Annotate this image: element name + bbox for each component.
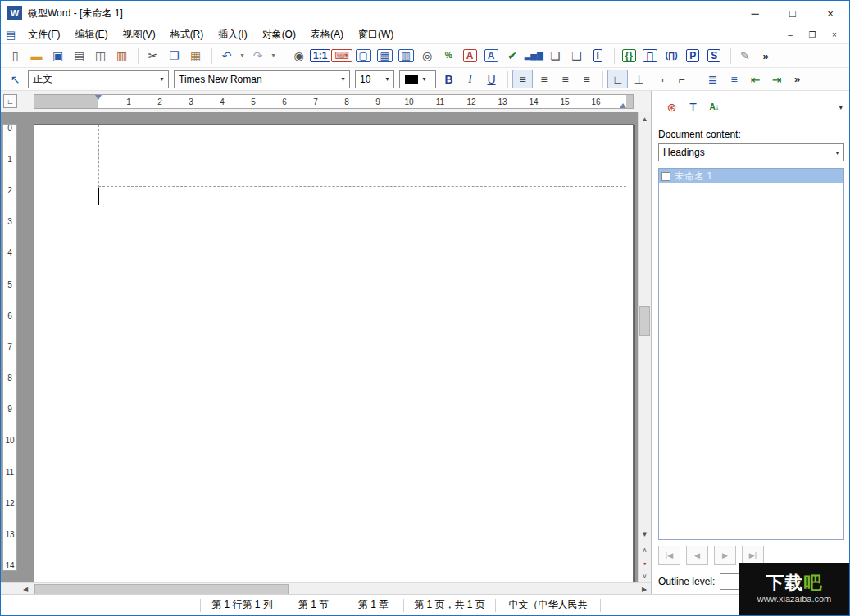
- insert-table-icon[interactable]: ▦: [375, 47, 395, 66]
- save-icon[interactable]: ▣: [48, 47, 68, 66]
- print-preview-icon[interactable]: ◫: [90, 47, 111, 66]
- mdi-minimize-button[interactable]: –: [780, 28, 800, 42]
- menu-item[interactable]: 文件(F): [20, 25, 67, 44]
- toolbar-overflow-button[interactable]: »: [787, 70, 807, 88]
- scrollbar-track[interactable]: [639, 125, 651, 528]
- font-combobox[interactable]: Times New Roman ▾: [174, 70, 350, 88]
- menu-item[interactable]: 视图(V): [116, 25, 163, 44]
- redo-icon[interactable]: ↷: [248, 47, 268, 66]
- bullet-list-button[interactable]: ≡: [724, 70, 744, 88]
- copy-icon[interactable]: ❐: [164, 47, 184, 66]
- document-canvas[interactable]: [19, 112, 636, 582]
- select-tool-icon[interactable]: ↖: [5, 70, 25, 88]
- tab-stop-selector[interactable]: ∟: [3, 94, 17, 108]
- select-browse-object-button[interactable]: ●: [639, 556, 652, 569]
- first-heading-button[interactable]: |◀: [658, 546, 680, 565]
- mdi-restore-button[interactable]: ❐: [802, 28, 822, 42]
- scroll-up-button[interactable]: ▲: [639, 112, 652, 125]
- paragraph-field-icon[interactable]: P: [683, 47, 703, 66]
- align-right-button[interactable]: ≡: [555, 70, 575, 88]
- chevron-down-icon[interactable]: ▾: [381, 75, 393, 83]
- previous-heading-button[interactable]: ◀: [686, 546, 708, 565]
- formula-braces-icon[interactable]: {}: [619, 47, 639, 66]
- panel-menu-arrow-icon[interactable]: ▾: [839, 103, 843, 111]
- navigator-compass-icon[interactable]: ⊛: [661, 97, 682, 116]
- format-font-icon[interactable]: A: [481, 47, 502, 66]
- scroll-down-button[interactable]: ▼: [639, 528, 652, 541]
- cut-icon[interactable]: ✂: [143, 47, 163, 66]
- chevron-down-icon[interactable]: ▾: [831, 149, 843, 156]
- spell-check-icon[interactable]: ✔: [502, 47, 523, 66]
- next-object-button[interactable]: ∨: [639, 569, 652, 582]
- undo-icon[interactable]: ↶: [216, 47, 237, 66]
- font-size-combobox[interactable]: 10 ▾: [355, 70, 394, 88]
- pages-icon[interactable]: ❏: [545, 47, 566, 66]
- menu-item[interactable]: 对象(O): [255, 25, 303, 44]
- maximize-button[interactable]: □: [774, 1, 811, 25]
- redo-menu-arrow-icon[interactable]: ▾: [269, 47, 278, 66]
- keyboard-icon[interactable]: ⌨: [331, 47, 352, 66]
- headings-view-combobox[interactable]: Headings ▾: [658, 143, 844, 161]
- right-indent-marker[interactable]: [620, 100, 626, 108]
- decrease-indent-button[interactable]: ⇤: [745, 70, 766, 88]
- left-indent-marker[interactable]: [95, 95, 102, 103]
- open-icon[interactable]: ▬: [26, 47, 47, 66]
- menu-item[interactable]: 格式(R): [163, 25, 211, 44]
- tab-right-button[interactable]: ¬: [650, 70, 670, 88]
- pi-braces-icon[interactable]: (∏): [661, 47, 682, 66]
- info-field-icon[interactable]: I: [588, 47, 608, 66]
- vertical-scrollbar[interactable]: ▲ ▼ ∧ ● ∨: [638, 112, 651, 582]
- document-page[interactable]: [34, 124, 634, 582]
- align-center-button[interactable]: ≡: [534, 70, 554, 88]
- zoom-100-icon[interactable]: 1:1: [310, 47, 330, 66]
- minimize-button[interactable]: ─: [736, 1, 774, 25]
- zoom-percent-icon[interactable]: %: [439, 47, 459, 66]
- print-icon[interactable]: ▤: [69, 47, 89, 66]
- section-field-icon[interactable]: S: [704, 47, 725, 66]
- bold-button[interactable]: B: [439, 70, 459, 88]
- tab-decimal-button[interactable]: ⌐: [671, 70, 692, 88]
- underline-button[interactable]: U: [481, 70, 502, 88]
- zoom-icon[interactable]: ◎: [417, 47, 438, 66]
- chevron-down-icon[interactable]: ▾: [337, 75, 349, 83]
- new-document-icon[interactable]: ▯: [5, 47, 25, 66]
- insert-frame-icon[interactable]: ▢: [353, 47, 374, 66]
- horizontal-ruler[interactable]: 12345678910111213141516: [34, 94, 634, 109]
- chevron-down-icon[interactable]: ▾: [156, 75, 168, 83]
- undo-menu-arrow-icon[interactable]: ▾: [238, 47, 247, 66]
- tab-left-button[interactable]: ∟: [607, 70, 628, 88]
- menu-item[interactable]: 窗口(W): [351, 25, 401, 44]
- close-button[interactable]: ×: [811, 1, 849, 25]
- chevron-down-icon[interactable]: ▾: [418, 75, 430, 83]
- increase-indent-button[interactable]: ⇥: [766, 70, 787, 88]
- menu-item[interactable]: 插入(I): [211, 25, 254, 44]
- align-left-button[interactable]: ≡: [512, 70, 533, 88]
- find-icon[interactable]: ◉: [289, 47, 309, 66]
- vertical-ruler[interactable]: 01234567891011121314: [1, 112, 19, 582]
- font-color-icon[interactable]: A: [460, 47, 480, 66]
- export-page-icon[interactable]: ▥: [111, 47, 132, 66]
- scrollbar-thumb[interactable]: [639, 306, 650, 336]
- menu-item[interactable]: 表格(A): [303, 25, 351, 44]
- sort-headings-icon[interactable]: A↓: [704, 97, 725, 116]
- document-content-icon[interactable]: T: [683, 97, 703, 116]
- document-window-icon[interactable]: ▤: [6, 29, 16, 41]
- pi-field-icon[interactable]: ∏: [640, 47, 661, 66]
- toolbar-overflow-button[interactable]: »: [756, 47, 776, 66]
- paste-icon[interactable]: ▦: [185, 47, 206, 66]
- heading-item[interactable]: 未命名 1: [659, 169, 843, 183]
- draw-pen-icon[interactable]: ✎: [735, 47, 756, 66]
- menu-item[interactable]: 编辑(E): [68, 25, 116, 44]
- tab-center-button[interactable]: ⊥: [629, 70, 649, 88]
- heading-checkbox[interactable]: [661, 172, 670, 181]
- insert-object-icon[interactable]: ❑: [566, 47, 587, 66]
- previous-object-button[interactable]: ∧: [639, 543, 652, 556]
- align-justify-button[interactable]: ≡: [576, 70, 597, 88]
- italic-button[interactable]: I: [460, 70, 480, 88]
- style-combobox[interactable]: 正文 ▾: [28, 70, 169, 88]
- font-color-dropdown[interactable]: ▾: [399, 70, 436, 88]
- numbered-list-button[interactable]: ≣: [702, 70, 723, 88]
- next-heading-button[interactable]: ▶: [714, 546, 736, 565]
- table-properties-icon[interactable]: ▥: [396, 47, 416, 66]
- statistics-chart-icon[interactable]: ▂▅▇: [524, 47, 544, 66]
